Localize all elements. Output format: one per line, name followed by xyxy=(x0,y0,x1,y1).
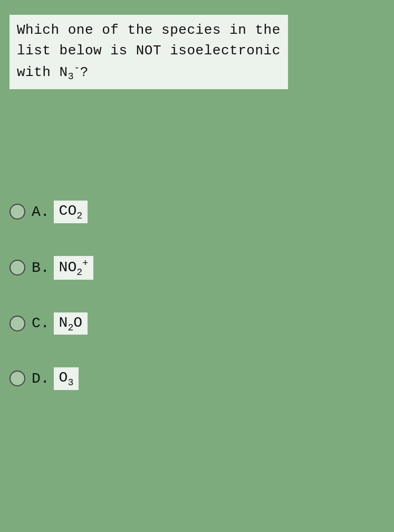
radio-B[interactable] xyxy=(9,260,25,276)
radio-C[interactable] xyxy=(9,316,25,331)
option-B[interactable]: B. NO2+ xyxy=(9,256,93,280)
question-box: Which one of the species in the list bel… xyxy=(9,15,288,89)
option-C-formula: N2O xyxy=(59,315,83,333)
option-A-formula-box: CO2 xyxy=(54,201,88,223)
option-B-label: B. xyxy=(32,260,50,276)
option-D-label: D. xyxy=(32,370,50,387)
option-A-formula: CO2 xyxy=(59,203,83,221)
option-C-label: C. xyxy=(32,315,50,331)
option-B-formula-box: NO2+ xyxy=(54,256,93,280)
radio-A[interactable] xyxy=(9,204,25,220)
option-D-formula: O3 xyxy=(59,369,74,388)
option-C-formula-box: N2O xyxy=(54,312,88,335)
option-B-formula: NO2+ xyxy=(59,258,88,278)
option-C[interactable]: C. N2O xyxy=(9,312,93,335)
option-A-label: A. xyxy=(32,204,50,220)
question-text: Which one of the species in the list bel… xyxy=(17,22,281,80)
question-container: Which one of the species in the list bel… xyxy=(9,15,385,89)
option-A[interactable]: A. CO2 xyxy=(9,201,93,223)
option-D[interactable]: D. O3 xyxy=(9,367,93,390)
radio-D[interactable] xyxy=(9,370,25,386)
option-D-formula-box: O3 xyxy=(54,367,79,390)
options-container: A. CO2 B. NO2+ C. N2O D. O3 xyxy=(9,201,93,423)
